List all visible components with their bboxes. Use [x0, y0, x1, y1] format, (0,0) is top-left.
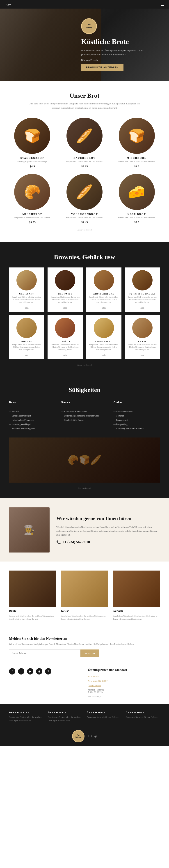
list-item: Schokoladetrópfchén [9, 413, 56, 418]
mehr-link-5[interactable]: mehr [25, 354, 28, 356]
bread-name-1: STANGENBROT [9, 156, 56, 159]
sweets-background-image: 🥐🍞🥖 [9, 437, 160, 483]
list-item: Bananenbrot [113, 418, 160, 422]
brownie-name-1: CROISSANT [12, 293, 41, 295]
list-item: 🧀 KÄSE BROT Sample text. Click to select… [113, 174, 160, 224]
pinterest-icon[interactable]: P [45, 668, 52, 675]
footer-instagram-icon[interactable]: ◉ [94, 734, 97, 738]
list-item: Buttermilch-Scones mit frischem Obst [61, 413, 108, 418]
footer-heading-1: Überschrift [9, 711, 43, 714]
brownies-image-credit: Bilder von Freepik [9, 364, 160, 366]
address-line1[interactable]: 14 E 49th St. [88, 675, 100, 678]
mehr-link-6[interactable]: mehr [63, 354, 67, 356]
footer-badge: Art Bakery [72, 730, 84, 742]
brownie-desc-6: Sample text. Click to select the text bo… [50, 343, 80, 351]
list-item: Brote Sample text. Click to select the t… [9, 570, 56, 621]
brownie-desc-3: Sample text. Click to select the text bo… [89, 296, 119, 304]
brownies-title: Brownies, Gebäck usw [9, 253, 160, 261]
footer-body-2: Sample text. Click to select the text bo… [48, 716, 82, 722]
opening-title: Öffnungszeiten und Standort [88, 668, 160, 672]
list-item: 🥐 MILCHBROT Sample text. Click to select… [9, 174, 56, 224]
bread-section-title: Unser Brot [9, 92, 160, 99]
sweets-list-1: Biscotti Schokoladetrópfchén Haferflocke… [9, 409, 56, 431]
brownie-desc-5: Sample text. Click to select the text bo… [12, 343, 41, 351]
logo: logo [4, 3, 11, 6]
brownie-desc-7: Sample text. Click to select the text bo… [89, 343, 119, 351]
newsletter-email-input[interactable] [9, 649, 80, 657]
footer-heading-4: Überschrift [126, 711, 160, 714]
brownie-name-6: GEBÄCK [50, 340, 80, 343]
bread-grid: 🍞 STANGENBROT Sauerdig-Baguette in klein… [9, 118, 160, 224]
top-bar: logo ☰ [0, 0, 169, 8]
newsletter-submit-button[interactable]: SENDEN [80, 649, 99, 657]
footer-logo-area: Art Bakery f t ◉ [0, 726, 169, 746]
list-item: 🥖 BAUERNBROT Sample text. Click to selec… [61, 118, 108, 168]
bread-name-3: MISCHKORN [113, 156, 160, 159]
bread-name-4: MILCHBROT [9, 213, 56, 215]
brownie-name-5: DONUTS [12, 340, 41, 343]
sweets-col-heading-3: Andere [113, 400, 160, 406]
brownie-name-3: ZIMTSCHNECKE [89, 293, 119, 295]
contact-phone: 📞 +1 (234) 567-8910 [56, 540, 160, 545]
footer-twitter-icon[interactable]: t [91, 735, 92, 738]
brownie-name-7: SHORTBREAD [89, 340, 119, 343]
bread-desc-1: Sauerdig-Baguette in kleiner Menge. [9, 160, 56, 163]
footer-facebook-icon[interactable]: f [88, 735, 89, 738]
mehr-link-4[interactable]: mehr [141, 307, 144, 309]
sweets-section: Süßigkeiten Kekse Biscotti Schokoladetró… [0, 377, 169, 498]
bread-name-5: VOLLKORNBROT [61, 213, 108, 215]
bread-price-4: $3.55 [9, 221, 56, 224]
facebook-icon[interactable]: f [9, 668, 15, 675]
brownies-section: Brownies, Gebäck usw CROISSANT Sample te… [0, 242, 169, 377]
bread-image-3: 🍞 [119, 118, 155, 154]
hamburger-icon[interactable]: ☰ [161, 2, 165, 7]
list-item: Brotpudding [113, 422, 160, 427]
bread-price-2: $5.25 [61, 165, 108, 168]
gallery-desc-3: Sample text. Click to select the text bo… [113, 614, 160, 621]
gallery-img-3 [113, 570, 160, 607]
twitter-icon[interactable]: t [18, 668, 24, 675]
footer: Überschrift Sample text. Click to select… [0, 704, 169, 726]
gallery-title-3: Gebäck [113, 609, 160, 613]
bread-desc-3: Sample text. Click to select the Text El… [113, 160, 160, 163]
bread-image-1: 🍞 [14, 118, 50, 154]
mehr-link-7[interactable]: mehr [102, 354, 105, 356]
hero-body: Nibi venenatis cras sed felis eget with … [81, 49, 149, 56]
address-line2[interactable]: New York, NY 10007 [88, 680, 107, 682]
list-item: 🍞 MISCHKORN Sample text. Click to select… [113, 118, 160, 168]
bread-desc-4: Sample text. Click to select the Text El… [9, 216, 56, 219]
brownie-name-4: TÜRKISCHE BAGELS [128, 293, 157, 295]
contact-image: 👨‍🍳 [9, 507, 49, 553]
bread-image-2: 🥖 [66, 118, 103, 154]
sweets-col-heading-1: Kekse [9, 400, 56, 406]
social-info-section: f t ▶ ◉ P Öffnungszeiten und Standort 14… [0, 664, 169, 704]
gallery-img-1 [9, 570, 56, 607]
youtube-icon[interactable]: ▶ [27, 668, 33, 675]
phone-icon: 📞 [56, 540, 61, 545]
mehr-link-3[interactable]: mehr [102, 307, 105, 309]
list-item: Cranberry-Pekannuss-Granola [113, 427, 160, 431]
mehr-link-8[interactable]: mehr [141, 354, 144, 356]
mehr-link-2[interactable]: mehr [63, 307, 67, 309]
opening-phone[interactable]: (212) 456-053 [88, 684, 101, 687]
bakery-badge: Art Bakery [81, 18, 97, 34]
opening-column: Öffnungszeiten und Standort 14 E 49th St… [88, 668, 160, 698]
newsletter-section: Melden Sie sich für den Newsletter an Wi… [0, 630, 169, 664]
sweets-col-kekse: Kekse Biscotti Schokoladetrópfchén Hafer… [9, 400, 56, 431]
bread-image-5: 🥖 [66, 174, 103, 210]
mehr-link-1[interactable]: mehr [25, 307, 28, 309]
instagram-icon[interactable]: ◉ [36, 668, 42, 675]
contact-body: Wir sind führend unter den Neuigkeiten b… [56, 525, 160, 537]
list-item: CROISSANT Sample text. Click to select t… [9, 268, 44, 312]
brownie-img-8 [132, 318, 153, 338]
footer-body-1: Sample text. Click to select the text bo… [9, 716, 43, 722]
list-item: Törtchen [113, 413, 160, 418]
brownie-img-2 [55, 270, 75, 290]
sweets-image-credit: Bild von Freepik [9, 487, 160, 489]
hero-cta-button[interactable]: PRODUKTE ANZEIGEN [81, 64, 124, 71]
list-item: DONUTS Sample text. Click to select the … [9, 315, 44, 359]
list-item: 🍞 STANGENBROT Sauerdig-Baguette in klein… [9, 118, 56, 168]
brownie-img-7 [94, 318, 114, 338]
gallery-desc-2: Sample text. Click to select the text bo… [61, 614, 108, 621]
bread-price-3: $4.5 [113, 165, 160, 168]
